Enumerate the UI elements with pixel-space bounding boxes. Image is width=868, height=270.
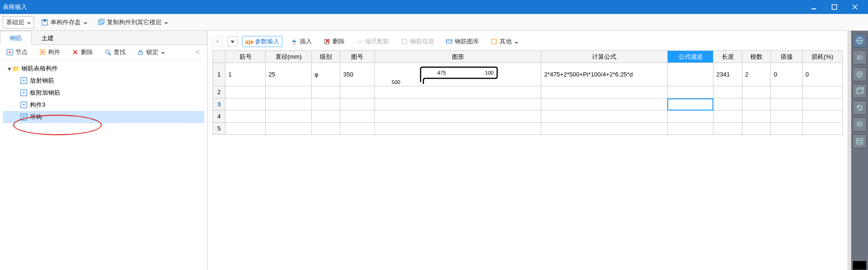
close-button[interactable] bbox=[845, 0, 865, 14]
left-toolbar: 节点 构件 删除 查找 锁定 bbox=[0, 45, 207, 60]
table-row[interactable]: 5 bbox=[213, 123, 843, 135]
save-single-button[interactable]: 单构件存盘 bbox=[38, 16, 91, 28]
cell-overlap[interactable]: 0 bbox=[771, 63, 803, 86]
other-icon bbox=[490, 38, 498, 45]
col-header[interactable]: 级别 bbox=[311, 51, 340, 63]
row-number[interactable]: 1 bbox=[213, 63, 226, 86]
other-label: 其他 bbox=[500, 37, 512, 46]
delete-icon bbox=[71, 48, 79, 56]
col-header[interactable]: 损耗(%) bbox=[802, 51, 842, 63]
tree-item-1[interactable]: 板附加钢筋 bbox=[3, 87, 205, 99]
cell-loss[interactable]: 0 bbox=[802, 63, 842, 86]
param-icon: a|e bbox=[246, 38, 253, 45]
svg-rect-29 bbox=[857, 89, 862, 93]
find-button[interactable]: 查找 bbox=[101, 46, 129, 58]
dock-padding bbox=[847, 31, 851, 270]
cell-diameter[interactable]: 25 bbox=[266, 63, 311, 86]
tree-item-3[interactable]: 吊钩 bbox=[3, 111, 205, 123]
save-icon bbox=[41, 19, 49, 26]
svg-rect-7 bbox=[100, 19, 104, 23]
dock-layers-button[interactable] bbox=[853, 118, 867, 132]
component-button[interactable]: 构件 bbox=[35, 46, 64, 58]
col-header[interactable]: 长度 bbox=[713, 51, 742, 63]
col-header[interactable]: 计算公式 bbox=[541, 51, 668, 63]
node-button[interactable]: 节点 bbox=[3, 46, 31, 58]
layer-dropdown[interactable]: 基础层 bbox=[3, 16, 34, 28]
delete-button[interactable]: 删除 bbox=[68, 46, 96, 58]
move-down-button[interactable] bbox=[227, 36, 238, 47]
library-icon bbox=[445, 38, 453, 45]
find-icon bbox=[104, 48, 112, 56]
col-header[interactable]: 筋号 bbox=[226, 51, 266, 63]
dock-refresh-button[interactable] bbox=[853, 101, 867, 115]
grid-delete-label: 删除 bbox=[332, 37, 345, 46]
tree-item-2[interactable]: 构件3 bbox=[3, 99, 205, 111]
row-number[interactable]: 5 bbox=[213, 123, 226, 135]
dock-bottom-button[interactable] bbox=[853, 261, 867, 270]
dock-cube-button[interactable] bbox=[853, 67, 867, 81]
tree-root[interactable]: ▾ 📁 钢筋表格构件 bbox=[3, 62, 205, 75]
other-button[interactable]: 其他 bbox=[487, 35, 522, 48]
grid-area: a|e 参数输入 插入 删除 缩尺配筋 钢筋信息 bbox=[208, 31, 847, 270]
cell-formula[interactable]: 2*475+2*500+Pi*100/4+2*6.25*d bbox=[541, 63, 668, 86]
row-number[interactable]: 4 bbox=[213, 111, 226, 123]
svg-rect-30 bbox=[857, 138, 862, 144]
row-number[interactable]: 3 bbox=[213, 98, 226, 111]
info-button[interactable]: 钢筋信息 bbox=[397, 35, 438, 48]
dock-box-button[interactable] bbox=[853, 84, 867, 98]
dock-globe-button[interactable] bbox=[853, 34, 867, 48]
tree-item-0[interactable]: 放射钢筋 bbox=[3, 75, 205, 87]
cell-grade[interactable]: φ bbox=[311, 63, 340, 86]
minimize-button[interactable] bbox=[804, 0, 824, 14]
col-header[interactable]: 图形 bbox=[374, 51, 541, 63]
lock-button[interactable]: 锁定 bbox=[134, 46, 168, 58]
scale-button[interactable]: 缩尺配筋 bbox=[353, 35, 393, 48]
table-row[interactable]: 2 bbox=[213, 86, 843, 98]
node-label: 节点 bbox=[15, 48, 28, 56]
table-row[interactable]: 1 1 25 φ 350 500 475 10 bbox=[213, 63, 843, 86]
maximize-button[interactable] bbox=[824, 0, 845, 14]
col-header[interactable]: 根数 bbox=[742, 51, 770, 63]
row-header-corner bbox=[213, 51, 226, 63]
twisty-icon[interactable]: ▾ bbox=[7, 65, 12, 72]
shape-label-left: 500 bbox=[392, 79, 400, 85]
shape-label-mid: 475 bbox=[438, 70, 446, 76]
col-header[interactable]: 直径(mm) bbox=[266, 51, 311, 63]
copy-floors-button[interactable]: 复制构件到其它楼层 bbox=[94, 16, 171, 28]
insert-label: 插入 bbox=[300, 37, 312, 46]
col-header[interactable]: 图号 bbox=[340, 51, 374, 63]
cell-length[interactable]: 2341 bbox=[713, 63, 742, 86]
rebar-item-icon bbox=[21, 77, 27, 84]
cell-jinhao[interactable]: 1 bbox=[226, 63, 266, 86]
cell-count[interactable]: 2 bbox=[742, 63, 770, 86]
rebar-shape-diagram: 500 475 100 bbox=[378, 63, 538, 86]
col-header[interactable]: 搭接 bbox=[771, 51, 803, 63]
scale-label: 缩尺配筋 bbox=[365, 37, 389, 46]
dock-settings-button[interactable] bbox=[853, 134, 867, 148]
tab-civil[interactable]: 土建 bbox=[32, 31, 64, 44]
move-up-button[interactable] bbox=[212, 36, 223, 47]
svg-rect-1 bbox=[832, 5, 837, 9]
tree-collapse-button[interactable] bbox=[191, 47, 205, 58]
save-single-label: 单构件存盘 bbox=[50, 18, 81, 27]
cell-shape[interactable]: 500 475 100 bbox=[374, 63, 541, 86]
selected-cell[interactable] bbox=[667, 98, 713, 111]
param-input-button[interactable]: a|e 参数输入 bbox=[242, 36, 282, 47]
rebar-table[interactable]: 筋号 直径(mm) 级别 图号 图形 计算公式 公式描述 长度 根数 搭接 损耗… bbox=[212, 50, 843, 135]
dock-3d-button[interactable]: 3D bbox=[853, 50, 867, 64]
window-title: 表格输入 bbox=[3, 3, 804, 11]
cell-desc[interactable] bbox=[667, 63, 713, 86]
table-row[interactable]: 4 bbox=[213, 111, 843, 123]
param-input-label: 参数输入 bbox=[255, 37, 279, 46]
row-number[interactable]: 2 bbox=[213, 86, 226, 98]
chevron-down-icon bbox=[161, 48, 165, 55]
grid-delete-button[interactable]: 删除 bbox=[320, 35, 348, 48]
table-row-selected[interactable]: 3 bbox=[213, 98, 843, 111]
tab-rebar[interactable]: 钢筋 bbox=[0, 31, 32, 45]
scale-icon bbox=[356, 38, 363, 45]
cell-shape-no[interactable]: 350 bbox=[340, 63, 374, 86]
component-icon bbox=[39, 48, 46, 56]
insert-button[interactable]: 插入 bbox=[287, 35, 315, 48]
col-header-selected[interactable]: 公式描述 bbox=[667, 51, 713, 63]
library-button[interactable]: 钢筋图库 bbox=[442, 35, 482, 48]
